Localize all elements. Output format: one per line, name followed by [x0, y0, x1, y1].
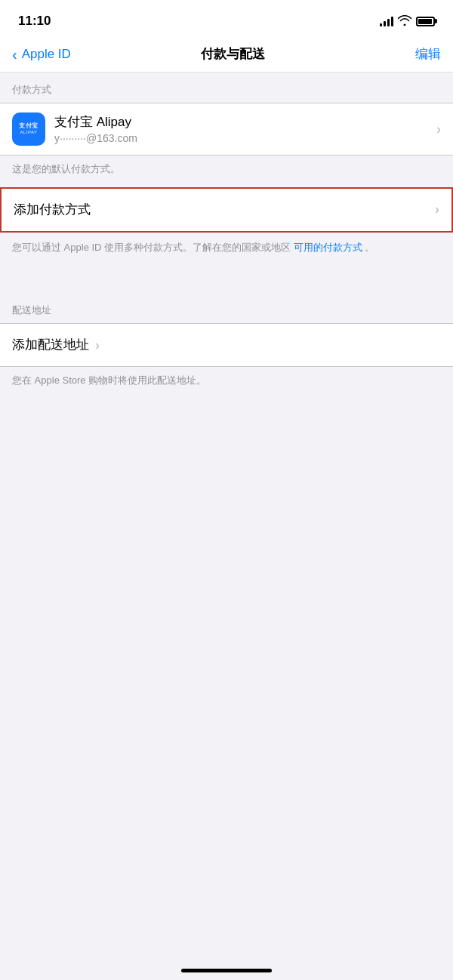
add-payment-row[interactable]: 添加付款方式 › — [2, 189, 451, 231]
payment-info-text: 您可以通过 Apple ID 使用多种付款方式。了解在您的国家或地区 可用的付款… — [0, 233, 453, 271]
add-shipping-label: 添加配送地址 — [12, 337, 89, 353]
add-shipping-row[interactable]: 添加配送地址 › — [0, 324, 453, 366]
battery-icon — [416, 17, 435, 26]
back-button[interactable]: ‹ Apple ID — [12, 47, 71, 62]
info-link[interactable]: 可用的付款方式 — [294, 242, 362, 253]
default-payment-note: 这是您的默认付款方式。 — [0, 156, 453, 187]
add-shipping-chevron-icon: › — [95, 337, 100, 353]
alipay-row[interactable]: 支付宝 ALIPAY 支付宝 Alipay y·········@163.com… — [0, 103, 453, 155]
shipping-note: 您在 Apple Store 购物时将使用此配送地址。 — [0, 367, 453, 399]
payment-methods-card: 支付宝 ALIPAY 支付宝 Alipay y·········@163.com… — [0, 103, 453, 156]
info-text-before: 您可以通过 Apple ID 使用多种付款方式。了解在您的国家或地区 — [12, 242, 291, 253]
payment-section-label: 付款方式 — [0, 72, 453, 103]
alipay-chevron-icon: › — [436, 122, 441, 137]
status-icons — [380, 15, 435, 28]
shipping-section: 配送地址 添加配送地址 › 您在 Apple Store 购物时将使用此配送地址… — [0, 293, 453, 399]
back-chevron-icon: ‹ — [12, 47, 17, 62]
alipay-icon-subtext: ALIPAY — [20, 130, 37, 135]
shipping-section-label: 配送地址 — [0, 293, 453, 323]
page-title: 付款与配送 — [71, 45, 396, 63]
alipay-name: 支付宝 Alipay — [54, 114, 430, 131]
add-payment-label: 添加付款方式 — [14, 201, 429, 218]
alipay-icon-text: 支付宝 — [19, 123, 39, 130]
shipping-card: 添加配送地址 › — [0, 323, 453, 367]
nav-bar: ‹ Apple ID 付款与配送 编辑 — [0, 38, 453, 72]
wifi-icon — [398, 15, 411, 28]
signal-icon — [380, 16, 393, 26]
home-indicator — [181, 969, 272, 972]
alipay-logo: 支付宝 ALIPAY — [12, 112, 45, 146]
edit-button[interactable]: 编辑 — [396, 45, 441, 63]
status-bar: 11:10 — [0, 0, 453, 38]
alipay-details: 支付宝 Alipay y·········@163.com — [54, 114, 430, 144]
add-payment-chevron-icon: › — [435, 202, 439, 217]
add-payment-card: 添加付款方式 › — [0, 187, 453, 233]
back-label: Apple ID — [22, 47, 71, 62]
info-text-end: 。 — [365, 242, 374, 253]
status-time: 11:10 — [18, 14, 51, 29]
alipay-email: y·········@163.com — [54, 132, 430, 144]
